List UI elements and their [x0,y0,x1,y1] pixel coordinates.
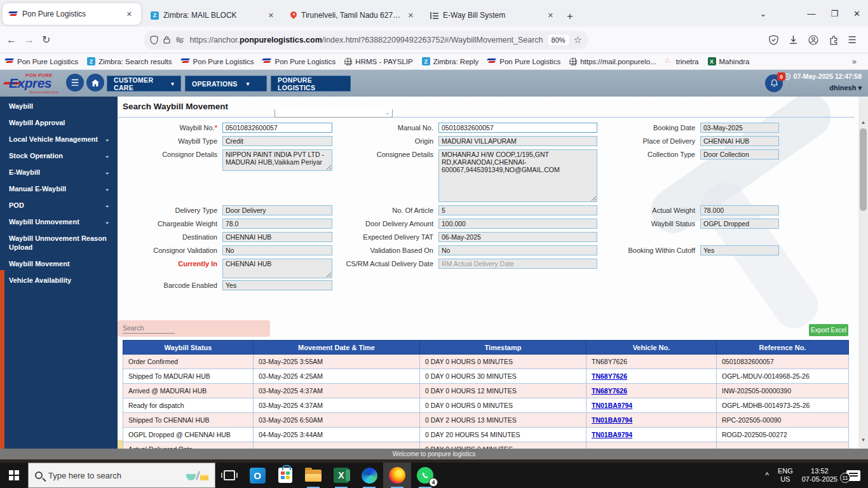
taskbar-search-box[interactable]: Type here to search [28,463,215,488]
sidebar-item-manual-e-waybill[interactable]: Manual E-Waybill⌄ [0,180,118,197]
language-indicator[interactable]: ENGUS [778,467,793,484]
field-input-actual_weight[interactable] [700,205,779,215]
sidebar-item-waybill-movement[interactable]: Waybill Movement [0,255,118,272]
vehicle-link[interactable]: TN68Y7626 [592,387,627,395]
field-input-consignor_details[interactable]: NIPPON PAINT INDIA PVT LTD - MADURAI HUB… [222,149,332,171]
home-icon[interactable] [86,74,104,92]
sidebar-item-waybill[interactable]: Waybill [0,98,118,114]
field-input-waybill_no[interactable] [222,123,332,133]
field-input-waybill_status[interactable] [700,219,779,229]
sidebar-item-waybill-approval[interactable]: Waybill Approval [0,114,118,131]
reload-icon[interactable]: ↻ [42,34,50,46]
bookmark-item-2[interactable]: ZZimbra: Search results [87,57,172,65]
scroll-up-icon[interactable]: ▲ [858,119,868,125]
vehicle-link[interactable]: TN01BA9794 [592,402,632,409]
bookmark-item-8[interactable]: https://mail.ponpurelo... [569,58,656,65]
bookmark-item-1[interactable]: Pon Pure Logistics [5,58,78,65]
tabs-list-button[interactable]: ⌄ [752,0,775,27]
vehicle-link[interactable]: TN68Y7626 [592,372,627,380]
shield-icon[interactable] [150,36,158,44]
zoom-level-badge[interactable]: 80% [548,35,569,45]
table-header-timestamp[interactable]: Timestamp [420,341,587,355]
url-text[interactable]: https://anchor.ponpurelogistics.com/inde… [189,36,543,44]
browser-tab-2[interactable]: ZZimbra: MAIL BLOCK✕ [144,4,283,27]
user-menu[interactable]: dhinesh ▾ [829,84,862,92]
browser-tab-1[interactable]: Pon Pure Logistics✕ [3,3,141,25]
field-input-barcode_enabled[interactable] [222,280,332,290]
vertical-scrollbar[interactable]: ▲ ▼ [858,97,868,449]
bookmarks-overflow-icon[interactable]: » [852,57,863,66]
protections-icon[interactable] [769,35,778,45]
hamburger-menu-icon[interactable]: ☰ [66,74,84,92]
export-excel-button[interactable]: Export Excel [809,324,848,336]
field-input-consignor_validation[interactable] [222,245,332,255]
restore-button[interactable]: ❐ [823,0,846,27]
hidden-icons-chevron[interactable]: ^ [765,471,769,480]
bookmark-star-icon[interactable]: ☆ [574,34,582,46]
field-input-door_delivery_amount[interactable] [438,219,597,229]
taskbar-excel-button[interactable]: X [327,463,355,488]
table-header-reference-no-[interactable]: Reference No. [717,341,849,355]
sidebar-item-local-vehicle-management[interactable]: Local Vehicle Management⌄ [0,131,118,147]
field-input-origin[interactable] [438,136,597,146]
account-icon[interactable] [808,35,818,45]
bookmark-item-9[interactable]: trinetra [665,58,699,65]
bookmark-item-10[interactable]: XMahindra [708,57,750,65]
bookmark-item-7[interactable]: Pon Pure Logistics [487,58,560,65]
table-header-vehicle-no-[interactable]: Vehicle No. [587,341,717,355]
field-input-validation_based_on[interactable] [438,245,597,255]
taskbar-store-button[interactable] [271,463,299,488]
ponpure-express-logo[interactable]: PON PURE Expres On time every time [4,72,67,95]
field-input-booking_within_cutoff[interactable] [700,245,779,255]
bookmark-item-6[interactable]: ZZimbra: Reply [422,57,479,65]
close-button[interactable]: ✕ [846,0,868,27]
field-input-manual_no[interactable] [438,123,597,133]
menu-icon[interactable]: ☰ [848,34,857,46]
menu-customer-care[interactable]: CUSTOMER CARE▾ [107,76,181,92]
table-header-waybill-status[interactable]: Waybill Status [123,341,254,355]
field-input-waybill_type[interactable] [222,136,332,146]
url-field[interactable]: https://anchor.ponpurelogistics.com/inde… [144,30,588,50]
browser-tab-3[interactable]: Tirunelveli, Tamil Nadu 627002✕ [284,4,423,27]
scroll-down-icon[interactable]: ▼ [858,437,868,443]
table-header-movement-date-time[interactable]: Movement Date & Time [254,341,420,355]
download-icon[interactable] [789,35,798,45]
field-input-booking_date[interactable] [700,123,779,133]
tab-close-icon[interactable]: ✕ [266,10,276,21]
tab-close-icon[interactable]: ✕ [405,10,416,21]
field-input-chargeable_weight[interactable] [222,219,332,229]
sidebar-item-waybill-unmovement[interactable]: Waybill Unmovement⌄ [0,214,118,230]
task-view-button[interactable] [215,463,243,488]
sidebar-item-stock-operation[interactable]: Stock Operation⌄ [0,147,118,164]
start-button[interactable] [0,463,28,488]
field-input-expected_delivery_tat[interactable] [438,232,597,242]
back-icon[interactable]: ← [6,34,17,46]
lock-icon[interactable] [163,36,170,44]
taskbar-whatsapp-button[interactable]: 4 [411,463,439,488]
clock-date[interactable]: 13:5207-05-2025 [802,467,837,484]
field-input-destination[interactable] [222,232,332,242]
sidebar-item-pod[interactable]: POD⌄ [0,197,118,214]
permissions-icon[interactable] [175,36,184,44]
notifications-bell-icon[interactable]: 0 [765,74,783,92]
browser-tab-4[interactable]: E-Way Bill System✕ [424,4,562,27]
brand-button[interactable]: PONPURE LOGISTICS [271,76,351,92]
field-input-consignee_details[interactable]: MOHANRAJ H/W COOP,1/195,GNT RD,KARANODAI… [438,149,597,202]
scrollbar-thumb[interactable] [860,128,867,211]
sidebar-item-vehicle-availability[interactable]: Vehicle Availability [0,272,118,288]
field-input-no_of_article[interactable] [438,205,597,215]
sidebar-item-e-waybill[interactable]: E-Waybill⌄ [0,164,118,180]
tab-close-icon[interactable]: ✕ [545,10,556,21]
table-search-input[interactable] [123,323,175,334]
field-input-collection_type[interactable] [700,149,779,159]
minimize-button[interactable]: — [799,0,823,27]
menu-operations[interactable]: OPERATIONS▾ [185,76,267,92]
action-center[interactable]: 11 [846,470,860,481]
taskbar-firefox-button[interactable] [383,463,411,488]
field-input-place_of_delivery[interactable] [700,136,779,146]
extensions-icon[interactable] [829,35,838,45]
field-input-delivery_type[interactable] [222,205,332,215]
vehicle-link[interactable]: TN01BA9794 [592,431,632,438]
bookmark-item-3[interactable]: Pon Pure Logistics [181,58,254,65]
field-input-cs_rm_actual_delivery_date[interactable] [438,259,597,269]
